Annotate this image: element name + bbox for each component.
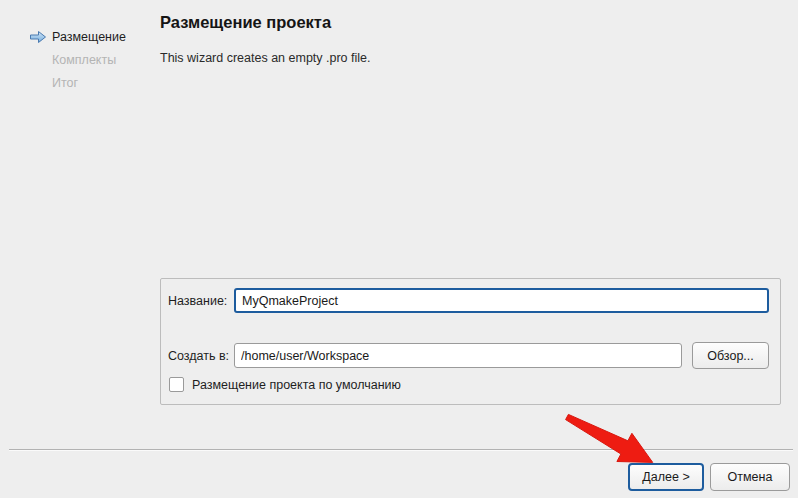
next-button[interactable]: Далее > [628,463,704,491]
default-location-checkbox-label[interactable]: Размещение проекта по умолчанию [192,378,401,392]
next-button-mnemonic: Д [642,470,650,484]
cancel-button[interactable]: Отмена [710,463,790,491]
sidebar-step-location[interactable]: Размещение [52,29,126,45]
wizard-dialog: { "sidebar": { "steps": [ { "label": "Ра… [0,0,798,498]
active-step-arrow-icon [29,30,47,44]
create-in-label: Создать в: [168,349,229,363]
sidebar-step-summary: Итог [52,75,78,91]
create-in-path-input[interactable] [234,343,682,368]
project-name-label: Название: [168,294,227,308]
project-name-input[interactable] [234,288,769,313]
footer-divider [9,449,793,451]
next-button-label: алее > [651,470,690,484]
sidebar-step-kits: Комплекты [52,52,116,68]
default-location-checkbox[interactable] [169,377,184,392]
page-title: Размещение проекта [160,13,331,32]
page-subtitle: This wizard creates an empty .pro file. [160,51,371,65]
annotation-arrow-icon [0,0,798,498]
browse-button[interactable]: Обзор... [692,342,769,369]
